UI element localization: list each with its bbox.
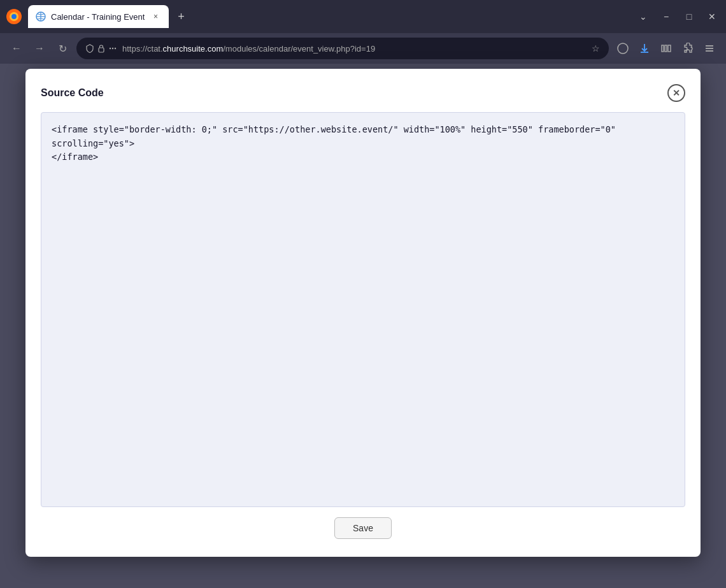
pocket-icon[interactable] — [614, 39, 632, 57]
window-controls: ⌄ − □ ✕ — [634, 8, 721, 25]
source-code-modal: Source Code ✕ Save — [25, 69, 701, 557]
svg-point-7 — [110, 48, 111, 49]
svg-rect-6 — [99, 48, 104, 52]
url-prefix: https://ctat. — [122, 44, 163, 54]
extensions-icon[interactable] — [679, 39, 697, 57]
browser-chrome: Calendar - Training Event × + ⌄ − □ ✕ ← … — [0, 0, 726, 64]
modal-close-button[interactable]: ✕ — [667, 84, 685, 102]
tab-title: Calendar - Training Event — [51, 12, 145, 22]
svg-rect-14 — [665, 45, 667, 52]
new-tab-button[interactable]: + — [171, 7, 190, 26]
tab-favicon — [36, 11, 46, 22]
svg-point-10 — [618, 43, 628, 54]
modal-footer: Save — [41, 517, 685, 541]
minimize-button[interactable]: − — [657, 8, 675, 25]
forward-button[interactable]: → — [31, 39, 48, 57]
address-bar[interactable]: https://ctat.churchsuite.com/modules/cal… — [76, 38, 609, 59]
modal-title: Source Code — [41, 87, 104, 99]
tab-dropdown-button[interactable]: ⌄ — [634, 8, 652, 25]
refresh-button[interactable]: ↻ — [53, 39, 71, 57]
firefox-icon — [5, 8, 23, 25]
address-bar-row: ← → ↻ htt — [0, 33, 726, 64]
security-icons — [85, 44, 117, 53]
download-icon[interactable] — [636, 39, 653, 57]
svg-rect-15 — [668, 45, 671, 52]
browser-titlebar: Calendar - Training Event × + ⌄ − □ ✕ — [0, 0, 726, 33]
svg-rect-13 — [662, 45, 664, 52]
tab-close-button[interactable]: × — [150, 11, 161, 22]
modal-overlay: Source Code ✕ Save — [0, 64, 726, 588]
library-icon[interactable] — [657, 39, 675, 57]
restore-button[interactable]: □ — [680, 8, 698, 25]
toolbar-icons — [614, 39, 718, 57]
svg-point-8 — [112, 48, 113, 49]
url-domain: churchsuite.com — [163, 44, 224, 54]
close-window-button[interactable]: ✕ — [703, 8, 721, 25]
svg-point-9 — [115, 48, 116, 49]
modal-header: Source Code ✕ — [41, 84, 685, 102]
tab-bar: Calendar - Training Event × + — [28, 5, 632, 28]
page-content: Source Code ✕ Save — [0, 64, 726, 588]
back-button[interactable]: ← — [8, 39, 25, 57]
active-tab[interactable]: Calendar - Training Event × — [28, 5, 169, 28]
save-button[interactable]: Save — [334, 517, 392, 539]
url-display: https://ctat.churchsuite.com/modules/cal… — [122, 44, 587, 54]
source-code-textarea[interactable] — [41, 112, 685, 507]
bookmark-star-icon[interactable]: ☆ — [592, 43, 600, 54]
menu-icon[interactable] — [701, 39, 718, 57]
svg-point-2 — [11, 14, 17, 19]
url-path: /modules/calendar/event_view.php?id=19 — [223, 44, 375, 54]
